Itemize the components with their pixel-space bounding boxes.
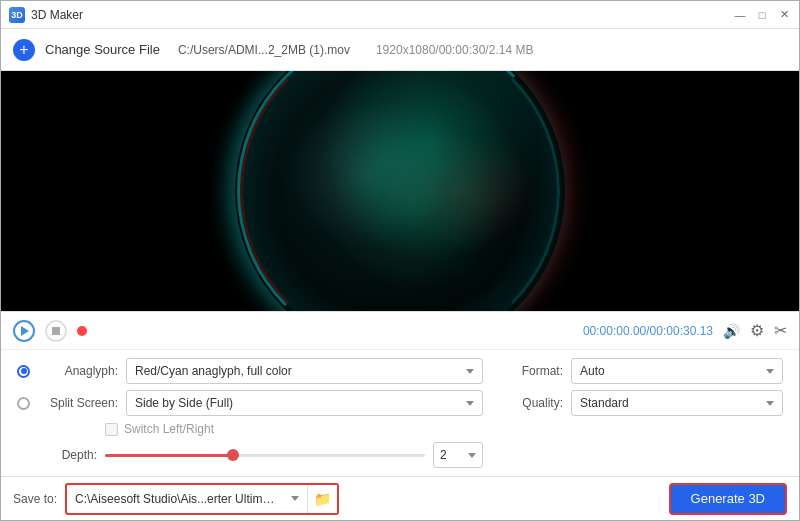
split-screen-dropdown-arrow	[466, 401, 474, 406]
play-button[interactable]	[13, 320, 35, 342]
split-screen-dropdown[interactable]: Side by Side (Full)	[126, 390, 483, 416]
depth-value: 2	[440, 448, 447, 462]
options-left: Anaglyph: Red/Cyan anaglyph, full color …	[17, 358, 483, 468]
depth-slider-container	[105, 445, 425, 465]
split-screen-radio[interactable]	[17, 397, 30, 410]
anaglyph-label: Anaglyph:	[38, 364, 118, 378]
play-icon	[21, 326, 29, 336]
close-button[interactable]: ✕	[777, 8, 791, 22]
time-display: 00:00:00.00/00:00:30.13	[583, 324, 713, 338]
anaglyph-value: Red/Cyan anaglyph, full color	[135, 364, 292, 378]
depth-slider-fill	[105, 454, 233, 457]
split-screen-label: Split Screen:	[38, 396, 118, 410]
file-name: C:/Users/ADMI...2_2MB (1).mov	[178, 43, 350, 57]
volume-icon[interactable]: 🔊	[723, 323, 740, 339]
radio-inner	[21, 368, 27, 374]
change-source-label[interactable]: Change Source File	[45, 42, 160, 57]
switch-label: Switch Left/Right	[124, 422, 214, 436]
anaglyph-row: Anaglyph: Red/Cyan anaglyph, full color	[17, 358, 483, 384]
globe-3d	[240, 71, 560, 311]
main-window: 3D 3D Maker — □ ✕ + Change Source File C…	[0, 0, 800, 521]
folder-browse-button[interactable]: 📁	[307, 485, 337, 513]
quality-dropdown[interactable]: Standard	[571, 390, 783, 416]
format-dropdown-arrow	[766, 369, 774, 374]
options-area: Anaglyph: Red/Cyan anaglyph, full color …	[1, 350, 799, 476]
depth-value-dropdown[interactable]: 2	[433, 442, 483, 468]
format-dropdown[interactable]: Auto	[571, 358, 783, 384]
record-indicator	[77, 326, 87, 336]
split-screen-value: Side by Side (Full)	[135, 396, 233, 410]
depth-row: Depth: 2	[17, 442, 483, 468]
stop-button[interactable]	[45, 320, 67, 342]
anaglyph-dropdown-arrow	[466, 369, 474, 374]
quality-row: Quality: Standard	[503, 390, 783, 416]
window-controls: — □ ✕	[733, 8, 791, 22]
save-path-arrow	[291, 496, 299, 501]
save-path-value: C:\Aiseesoft Studio\Ais...erter Ultimate…	[75, 492, 275, 506]
depth-dropdown-arrow	[468, 453, 476, 458]
cut-icon[interactable]: ✂	[774, 321, 787, 340]
anaglyph-radio[interactable]	[17, 365, 30, 378]
title-bar: 3D 3D Maker — □ ✕	[1, 1, 799, 29]
toolbar: + Change Source File C:/Users/ADMI...2_2…	[1, 29, 799, 71]
save-bar: Save to: C:\Aiseesoft Studio\Ais...erter…	[1, 476, 799, 520]
save-path-container: C:\Aiseesoft Studio\Ais...erter Ultimate…	[65, 483, 339, 515]
switch-row: Switch Left/Right	[105, 422, 483, 436]
add-source-button[interactable]: +	[13, 39, 35, 61]
quality-value: Standard	[580, 396, 629, 410]
generate-3d-button[interactable]: Generate 3D	[669, 483, 787, 515]
depth-label: Depth:	[17, 448, 97, 462]
switch-checkbox[interactable]	[105, 423, 118, 436]
anaglyph-dropdown[interactable]: Red/Cyan anaglyph, full color	[126, 358, 483, 384]
plus-icon: +	[19, 41, 28, 59]
format-label: Format:	[503, 364, 563, 378]
folder-icon: 📁	[314, 491, 331, 507]
depth-slider-thumb[interactable]	[227, 449, 239, 461]
playback-bar: 00:00:00.00/00:00:30.13 🔊 ⚙ ✂	[1, 312, 799, 350]
controls-area: 00:00:00.00/00:00:30.13 🔊 ⚙ ✂ Anaglyph: …	[1, 311, 799, 520]
save-label: Save to:	[13, 492, 57, 506]
depth-slider-track[interactable]	[105, 454, 425, 457]
format-value: Auto	[580, 364, 605, 378]
video-preview	[1, 71, 799, 311]
minimize-button[interactable]: —	[733, 8, 747, 22]
app-icon: 3D	[9, 7, 25, 23]
title-bar-left: 3D 3D Maker	[9, 7, 83, 23]
quality-dropdown-arrow	[766, 401, 774, 406]
app-title: 3D Maker	[31, 8, 83, 22]
save-path-dropdown[interactable]: C:\Aiseesoft Studio\Ais...erter Ultimate…	[67, 485, 307, 513]
stop-icon	[52, 327, 60, 335]
options-right: Format: Auto Quality: Standard	[503, 358, 783, 468]
maximize-button[interactable]: □	[755, 8, 769, 22]
split-screen-row: Split Screen: Side by Side (Full)	[17, 390, 483, 416]
file-meta: 1920x1080/00:00:30/2.14 MB	[376, 43, 533, 57]
generate-label: Generate 3D	[691, 491, 765, 506]
quality-label: Quality:	[503, 396, 563, 410]
format-row: Format: Auto	[503, 358, 783, 384]
globe-cyan-ring	[237, 71, 563, 311]
settings-icon[interactable]: ⚙	[750, 321, 764, 340]
